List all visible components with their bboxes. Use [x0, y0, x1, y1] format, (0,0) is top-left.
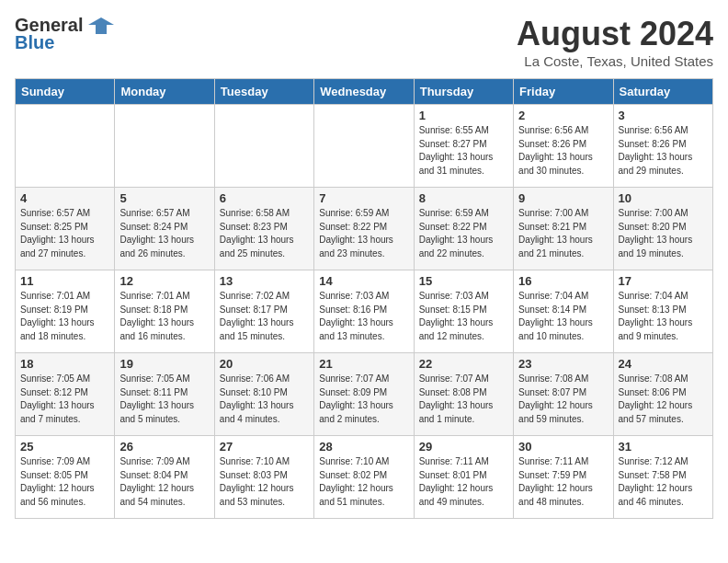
day-header-friday: Friday: [514, 79, 613, 105]
day-number: 12: [119, 274, 209, 288]
day-info: Sunrise: 7:09 AM Sunset: 8:05 PM Dayligh…: [20, 455, 109, 509]
day-number: 17: [619, 274, 708, 288]
calendar-subtitle: La Coste, Texas, United States: [517, 53, 713, 69]
day-info: Sunrise: 7:11 AM Sunset: 7:59 PM Dayligh…: [518, 455, 608, 509]
day-header-tuesday: Tuesday: [214, 79, 313, 105]
day-info: Sunrise: 7:00 AM Sunset: 8:21 PM Dayligh…: [518, 207, 608, 260]
day-header-monday: Monday: [115, 79, 214, 105]
day-number: 21: [319, 357, 408, 371]
day-info: Sunrise: 7:02 AM Sunset: 8:17 PM Dayligh…: [220, 290, 309, 343]
day-number: 4: [20, 191, 109, 205]
day-number: 15: [419, 274, 508, 288]
day-info: Sunrise: 6:55 AM Sunset: 8:27 PM Dayligh…: [419, 124, 508, 178]
calendar-cell: 7Sunrise: 6:59 AM Sunset: 8:22 PM Daylig…: [314, 188, 414, 270]
calendar-cell: 20Sunrise: 7:06 AM Sunset: 8:10 PM Dayli…: [214, 353, 313, 436]
day-number: 18: [20, 357, 109, 371]
day-number: 19: [119, 357, 209, 371]
day-header-wednesday: Wednesday: [314, 79, 414, 105]
calendar-cell: 9Sunrise: 7:00 AM Sunset: 8:21 PM Daylig…: [514, 188, 613, 270]
day-number: 8: [419, 191, 508, 205]
calendar-cell: 22Sunrise: 7:07 AM Sunset: 8:08 PM Dayli…: [414, 353, 513, 436]
calendar-cell: 16Sunrise: 7:04 AM Sunset: 8:14 PM Dayli…: [514, 270, 613, 353]
calendar-cell: 23Sunrise: 7:08 AM Sunset: 8:07 PM Dayli…: [514, 353, 613, 436]
calendar-cell: 26Sunrise: 7:09 AM Sunset: 8:04 PM Dayli…: [115, 436, 214, 519]
day-info: Sunrise: 7:10 AM Sunset: 8:03 PM Dayligh…: [220, 455, 309, 509]
day-number: 13: [220, 274, 309, 288]
calendar-cell: 18Sunrise: 7:05 AM Sunset: 8:12 PM Dayli…: [16, 353, 115, 436]
calendar-cell: 30Sunrise: 7:11 AM Sunset: 7:59 PM Dayli…: [514, 436, 613, 519]
day-info: Sunrise: 6:56 AM Sunset: 8:26 PM Dayligh…: [518, 124, 608, 178]
calendar-cell: [16, 105, 115, 188]
day-info: Sunrise: 7:04 AM Sunset: 8:13 PM Dayligh…: [619, 290, 708, 343]
calendar-cell: 17Sunrise: 7:04 AM Sunset: 8:13 PM Dayli…: [613, 270, 712, 353]
calendar-cell: 29Sunrise: 7:11 AM Sunset: 8:01 PM Dayli…: [414, 436, 513, 519]
day-info: Sunrise: 7:01 AM Sunset: 8:19 PM Dayligh…: [20, 290, 109, 343]
calendar-cell: [214, 105, 313, 188]
calendar-cell: [314, 105, 414, 188]
calendar-cell: 27Sunrise: 7:10 AM Sunset: 8:03 PM Dayli…: [214, 436, 313, 519]
day-number: 27: [220, 440, 309, 454]
day-info: Sunrise: 6:57 AM Sunset: 8:25 PM Dayligh…: [20, 207, 109, 260]
calendar-cell: 3Sunrise: 6:56 AM Sunset: 8:26 PM Daylig…: [613, 105, 712, 188]
calendar-cell: 6Sunrise: 6:58 AM Sunset: 8:23 PM Daylig…: [214, 188, 313, 270]
day-info: Sunrise: 7:07 AM Sunset: 8:08 PM Dayligh…: [419, 373, 508, 426]
day-info: Sunrise: 7:01 AM Sunset: 8:18 PM Dayligh…: [119, 290, 209, 343]
logo-bird-icon: [88, 16, 114, 36]
day-number: 31: [619, 440, 708, 454]
day-number: 5: [119, 191, 209, 205]
title-area: August 2024 La Coste, Texas, United Stat…: [517, 15, 713, 69]
day-number: 7: [319, 191, 408, 205]
day-info: Sunrise: 7:07 AM Sunset: 8:09 PM Dayligh…: [319, 373, 408, 426]
calendar-cell: 1Sunrise: 6:55 AM Sunset: 8:27 PM Daylig…: [414, 105, 513, 188]
day-number: 29: [419, 440, 508, 454]
day-info: Sunrise: 7:00 AM Sunset: 8:20 PM Dayligh…: [619, 207, 708, 260]
logo-blue: Blue: [15, 32, 54, 53]
day-info: Sunrise: 7:09 AM Sunset: 8:04 PM Dayligh…: [119, 455, 209, 509]
calendar-cell: 12Sunrise: 7:01 AM Sunset: 8:18 PM Dayli…: [115, 270, 214, 353]
day-info: Sunrise: 6:57 AM Sunset: 8:24 PM Dayligh…: [119, 207, 209, 260]
day-info: Sunrise: 7:05 AM Sunset: 8:11 PM Dayligh…: [119, 373, 209, 426]
calendar-cell: 14Sunrise: 7:03 AM Sunset: 8:16 PM Dayli…: [314, 270, 414, 353]
calendar-cell: 8Sunrise: 6:59 AM Sunset: 8:22 PM Daylig…: [414, 188, 513, 270]
day-info: Sunrise: 6:58 AM Sunset: 8:23 PM Dayligh…: [220, 207, 309, 260]
day-number: 6: [220, 191, 309, 205]
day-header-thursday: Thursday: [414, 79, 513, 105]
day-number: 28: [319, 440, 408, 454]
calendar-cell: 11Sunrise: 7:01 AM Sunset: 8:19 PM Dayli…: [16, 270, 115, 353]
calendar-cell: 5Sunrise: 6:57 AM Sunset: 8:24 PM Daylig…: [115, 188, 214, 270]
day-number: 1: [419, 109, 508, 122]
day-number: 26: [119, 440, 209, 454]
day-info: Sunrise: 7:06 AM Sunset: 8:10 PM Dayligh…: [220, 373, 309, 426]
calendar-cell: 28Sunrise: 7:10 AM Sunset: 8:02 PM Dayli…: [314, 436, 414, 519]
calendar-cell: 24Sunrise: 7:08 AM Sunset: 8:06 PM Dayli…: [613, 353, 712, 436]
calendar-cell: 21Sunrise: 7:07 AM Sunset: 8:09 PM Dayli…: [314, 353, 414, 436]
day-info: Sunrise: 7:10 AM Sunset: 8:02 PM Dayligh…: [319, 455, 408, 509]
day-number: 16: [518, 274, 608, 288]
day-number: 14: [319, 274, 408, 288]
day-info: Sunrise: 7:08 AM Sunset: 8:06 PM Dayligh…: [619, 373, 708, 426]
calendar-week-row: 4Sunrise: 6:57 AM Sunset: 8:25 PM Daylig…: [16, 188, 713, 270]
day-info: Sunrise: 7:03 AM Sunset: 8:16 PM Dayligh…: [319, 290, 408, 343]
logo: General Blue: [15, 15, 114, 53]
calendar-title: August 2024: [517, 15, 713, 53]
day-number: 23: [518, 357, 608, 371]
day-number: 30: [518, 440, 608, 454]
day-number: 22: [419, 357, 508, 371]
day-number: 10: [619, 191, 708, 205]
day-number: 2: [518, 109, 608, 122]
day-number: 9: [518, 191, 608, 205]
header: General Blue August 2024 La Coste, Texas…: [15, 15, 713, 69]
day-info: Sunrise: 7:03 AM Sunset: 8:15 PM Dayligh…: [419, 290, 508, 343]
calendar-cell: 2Sunrise: 6:56 AM Sunset: 8:26 PM Daylig…: [514, 105, 613, 188]
day-header-saturday: Saturday: [613, 79, 712, 105]
day-info: Sunrise: 7:08 AM Sunset: 8:07 PM Dayligh…: [518, 373, 608, 426]
day-info: Sunrise: 6:59 AM Sunset: 8:22 PM Dayligh…: [319, 207, 408, 260]
calendar-cell: 15Sunrise: 7:03 AM Sunset: 8:15 PM Dayli…: [414, 270, 513, 353]
calendar-week-row: 18Sunrise: 7:05 AM Sunset: 8:12 PM Dayli…: [16, 353, 713, 436]
day-info: Sunrise: 7:11 AM Sunset: 8:01 PM Dayligh…: [419, 455, 508, 509]
calendar-header-row: SundayMondayTuesdayWednesdayThursdayFrid…: [16, 79, 713, 105]
day-info: Sunrise: 7:05 AM Sunset: 8:12 PM Dayligh…: [20, 373, 109, 426]
day-info: Sunrise: 7:12 AM Sunset: 7:58 PM Dayligh…: [619, 455, 708, 509]
calendar-table: SundayMondayTuesdayWednesdayThursdayFrid…: [15, 78, 713, 519]
calendar-week-row: 1Sunrise: 6:55 AM Sunset: 8:27 PM Daylig…: [16, 105, 713, 188]
